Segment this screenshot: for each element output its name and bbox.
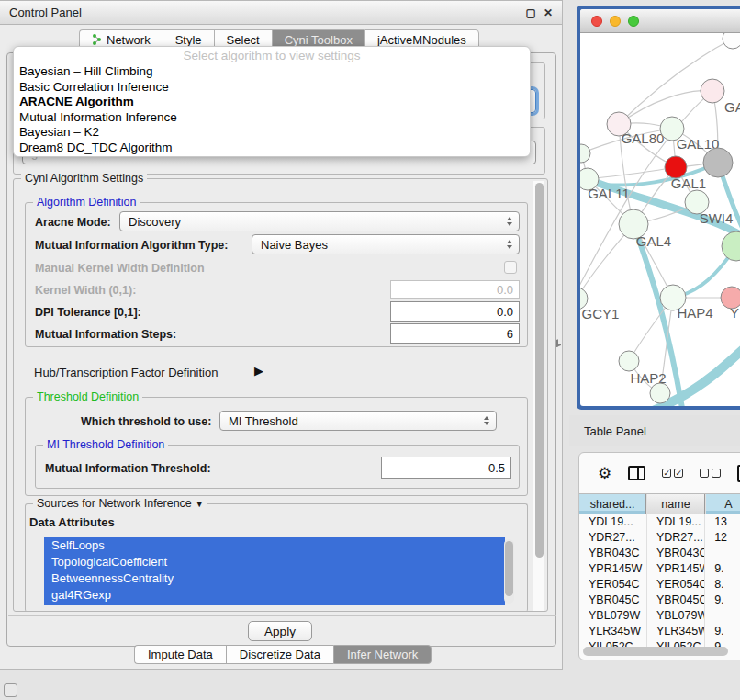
expand-right-icon[interactable]: ▶ <box>254 364 263 378</box>
collapse-down-icon[interactable]: ▼ <box>195 499 204 509</box>
mi-steps-label: Mutual Information Steps: <box>35 328 176 341</box>
column-header-third[interactable]: A <box>705 494 740 514</box>
node-label: HAP4 <box>677 305 712 321</box>
table-row[interactable]: YDR27...YDR27...12 <box>579 530 740 546</box>
table-cell: 9. <box>704 561 740 577</box>
table-cell: YPR145W <box>579 561 646 577</box>
mi-threshold-field[interactable]: 0.5 <box>381 457 511 479</box>
which-threshold-combo[interactable]: MI Threshold <box>219 411 497 431</box>
minimize-traffic-light-icon[interactable] <box>610 16 621 27</box>
network-canvas[interactable]: GALGAL80GAL10GAL1GAL11SWI4GAL4GCY1HAP4YH… <box>580 33 740 406</box>
table-body: YDL19...YDL19...13YDR27...YDR27...12YBR0… <box>579 514 740 655</box>
algorithm-dropdown-popup: Select algorithm to view settings Bayesi… <box>13 46 531 157</box>
close-traffic-light-icon[interactable] <box>591 16 602 27</box>
node-label: GAL11 <box>588 186 630 201</box>
node-label: GAL1 <box>671 175 706 191</box>
settings-scrollbar[interactable] <box>533 181 544 611</box>
algorithm-definition-title: Algorithm Definition <box>33 196 140 209</box>
network-icon <box>92 34 103 45</box>
aracne-mode-combo[interactable]: Discovery <box>119 211 520 231</box>
algorithm-option[interactable]: Mutual Information Inference <box>14 110 530 126</box>
network-node-hap2[interactable] <box>619 351 639 371</box>
table-row[interactable]: YDL19...YDL19...13 <box>579 514 740 530</box>
kernel-width-field[interactable]: 0.0 <box>390 280 520 299</box>
network-node[interactable] <box>722 231 740 261</box>
table-horizontal-scrollbar[interactable] <box>583 647 728 656</box>
algorithm-option[interactable]: ARACNE Algorithm <box>14 95 530 110</box>
sources-group-title: Sources for Network Inference <box>37 497 192 510</box>
network-node[interactable] <box>650 383 670 403</box>
algorithm-option[interactable]: Bayesian – Hill Climbing <box>14 64 530 80</box>
mi-algorithm-type-combo[interactable]: Naive Bayes <box>252 234 520 254</box>
zoom-traffic-light-icon[interactable] <box>628 16 639 27</box>
tab-label: Style <box>175 33 202 47</box>
table-row[interactable]: YBL079WYBL079W <box>579 608 740 624</box>
bottom-tabbar: Impute Data Discretize Data Infer Networ… <box>134 645 432 664</box>
network-node-gal[interactable] <box>701 79 724 103</box>
apply-button[interactable]: Apply <box>248 621 312 641</box>
algorithm-option-list: Bayesian – Hill ClimbingBasic Correlatio… <box>14 64 530 155</box>
table-row[interactable]: YLR345WYLR345W9. <box>579 624 740 639</box>
apply-label: Apply <box>264 625 296 638</box>
algorithm-option[interactable]: Dream8 DC_TDC Algorithm <box>14 141 530 156</box>
attribute-item[interactable]: BetweennessCentrality <box>44 570 505 587</box>
tab-infer-network[interactable]: Infer Network <box>333 645 432 664</box>
control-panel-title: Control Panel <box>9 6 82 19</box>
network-view-window: GALGAL80GAL10GAL1GAL11SWI4GAL4GCY1HAP4YH… <box>577 6 740 410</box>
table-panel-titlebar: Table Panel <box>569 415 740 446</box>
column-header-name[interactable]: name <box>646 494 704 514</box>
node-label: GCY1 <box>582 306 620 322</box>
table-cell: YDL19... <box>646 514 704 530</box>
table-cell: YBR043C <box>646 546 704 561</box>
mi-threshold-group: MI Threshold Definition Mutual Informati… <box>35 445 520 489</box>
node-label: GAL4 <box>636 233 671 249</box>
which-threshold-label: Which threshold to use: <box>81 415 211 428</box>
dpi-tolerance-field[interactable]: 0.0 <box>390 301 520 322</box>
tab-label: Infer Network <box>347 648 418 661</box>
column-header-shared[interactable]: shared... <box>579 494 646 514</box>
table-cell: 9. <box>704 624 740 639</box>
split-columns-icon[interactable] <box>628 466 645 480</box>
dpi-tolerance-label: DPI Tolerance [0,1]: <box>35 306 141 319</box>
tab-label: Network <box>107 33 151 47</box>
table-row[interactable]: YPR145WYPR145W9. <box>579 561 740 577</box>
tab-label: Cyni Toolbox <box>285 33 353 47</box>
table-cell: YER054C <box>579 577 646 593</box>
table-cell: YDL19... <box>579 514 646 530</box>
select-all-icon[interactable]: ✓✓ <box>662 469 683 478</box>
algorithm-option[interactable]: Bayesian – K2 <box>14 125 530 141</box>
mi-steps-field[interactable]: 6 <box>390 323 520 344</box>
attribute-item[interactable]: SelfLoops <box>44 537 505 554</box>
tab-impute-data[interactable]: Impute Data <box>134 645 226 664</box>
node-label: GAL80 <box>622 130 665 146</box>
network-node[interactable] <box>703 148 733 177</box>
attributes-scrollbar[interactable] <box>504 539 514 604</box>
minimized-panel-icon[interactable] <box>4 683 17 697</box>
threshold-definition-group: Threshold Definition Which threshold to … <box>25 397 528 496</box>
node-label: SWI4 <box>700 210 734 226</box>
table-row[interactable]: YBR045CYBR045C9. <box>579 593 740 608</box>
table-cell: YDR27... <box>579 530 646 546</box>
tab-label: Impute Data <box>148 648 213 661</box>
gear-icon[interactable]: ⚙ <box>598 464 611 483</box>
attribute-item[interactable]: TopologicalCoefficient <box>44 554 505 570</box>
network-node[interactable] <box>580 144 590 163</box>
attribute-item[interactable]: gal4RGexp <box>44 587 505 604</box>
table-cell: 9. <box>704 593 740 608</box>
network-edge[interactable] <box>588 167 676 179</box>
table-cell: YPR145W <box>646 561 704 577</box>
algorithm-option[interactable]: Basic Correlation Inference <box>14 80 530 96</box>
table-row[interactable]: YBR043CYBR043C <box>579 546 740 561</box>
combo-stepper-icon <box>484 416 489 425</box>
data-attributes-list[interactable]: SelfLoopsTopologicalCoefficientBetweenne… <box>44 537 505 605</box>
table-cell: YLR345W <box>579 624 646 639</box>
deselect-all-icon[interactable] <box>700 469 721 478</box>
network-node[interactable] <box>723 33 740 49</box>
table-row[interactable]: YER054CYER054C8. <box>579 577 740 593</box>
manual-kernel-width-checkbox[interactable] <box>504 261 517 274</box>
dpi-tolerance-value: 0.0 <box>497 305 513 319</box>
tab-discretize-data[interactable]: Discretize Data <box>226 645 333 664</box>
combo-stepper-icon <box>507 217 512 226</box>
float-window-icon[interactable]: ▢ <box>526 6 536 19</box>
close-window-icon[interactable]: ✕ <box>544 6 553 19</box>
